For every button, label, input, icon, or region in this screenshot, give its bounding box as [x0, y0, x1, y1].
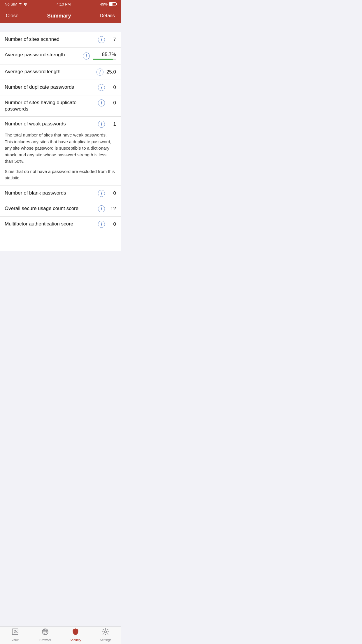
value-duplicate-passwords: 0	[108, 85, 116, 90]
details-button[interactable]: Details	[100, 13, 115, 19]
strength-value-container: 85.7%	[93, 52, 116, 60]
value-mfa-score: 0	[108, 221, 116, 227]
label-sites-duplicate: Number of sites having duplicate passwor…	[5, 99, 95, 112]
svg-point-0	[25, 5, 26, 6]
label-duplicate-passwords: Number of duplicate passwords	[5, 84, 95, 90]
value-avg-length: 25.0	[106, 69, 116, 75]
value-sites-scanned: 7	[108, 37, 116, 43]
label-avg-strength: Average password strength	[5, 52, 80, 58]
strength-bar-fill	[93, 59, 113, 60]
weak-expanded-text: The total number of sites that have weak…	[5, 132, 116, 165]
close-button[interactable]: Close	[6, 13, 18, 19]
right-secure-usage: i 12	[98, 205, 116, 212]
label-weak-passwords: Number of weak passwords	[5, 121, 95, 127]
right-avg-strength: i 85.7%	[83, 52, 116, 60]
status-right: 49%	[100, 2, 116, 6]
row-weak-passwords-container: Number of weak passwords i 1 The total n…	[0, 117, 121, 186]
strength-bar-container	[93, 59, 116, 60]
info-icon-weak-passwords[interactable]: i	[98, 121, 105, 128]
status-bar: No SIM ☂ 4:10 PM 49%	[0, 0, 121, 8]
row-sites-scanned: Number of sites scanned i 7	[0, 32, 121, 48]
right-blank-passwords: i 0	[98, 190, 116, 197]
info-icon-avg-length[interactable]: i	[96, 69, 103, 76]
weak-expanded-sub: Sites that do not have a password are ex…	[5, 168, 116, 181]
row-secure-usage: Overall secure usage count score i 12	[0, 201, 121, 217]
row-weak-passwords: Number of weak passwords i 1	[0, 117, 121, 132]
label-avg-length: Average password length	[5, 69, 94, 75]
right-avg-length: i 25.0	[96, 69, 116, 76]
battery-percent: 49%	[100, 2, 108, 6]
info-icon-duplicate-passwords[interactable]: i	[98, 84, 105, 91]
info-icon-blank-passwords[interactable]: i	[98, 190, 105, 197]
row-blank-passwords: Number of blank passwords i 0	[0, 186, 121, 201]
row-sites-duplicate: Number of sites having duplicate passwor…	[0, 95, 121, 117]
battery-icon	[109, 2, 116, 6]
row-avg-strength: Average password strength i 85.7%	[0, 48, 121, 64]
value-sites-duplicate: 0	[108, 100, 116, 106]
row-duplicate-passwords: Number of duplicate passwords i 0	[0, 80, 121, 95]
info-icon-secure-usage[interactable]: i	[98, 205, 105, 212]
carrier-text: No SIM	[5, 2, 17, 6]
page-title: Summary	[47, 13, 71, 19]
info-icon-mfa-score[interactable]: i	[98, 221, 105, 228]
info-icon-sites-duplicate[interactable]: i	[98, 99, 105, 106]
right-duplicate-passwords: i 0	[98, 84, 116, 91]
main-content: Number of sites scanned i 7 Average pass…	[0, 23, 121, 251]
label-blank-passwords: Number of blank passwords	[5, 190, 95, 196]
row-mfa-score: Multifactor authentication score i 0	[0, 217, 121, 232]
rows-container: Number of sites scanned i 7 Average pass…	[0, 32, 121, 251]
label-sites-scanned: Number of sites scanned	[5, 36, 95, 43]
right-sites-scanned: i 7	[98, 36, 116, 43]
value-weak-passwords: 1	[108, 121, 116, 127]
right-weak-passwords: i 1	[98, 121, 116, 128]
row-weak-expanded: The total number of sites that have weak…	[0, 132, 121, 186]
value-secure-usage: 12	[108, 206, 116, 212]
section-header	[0, 23, 121, 32]
value-blank-passwords: 0	[108, 190, 116, 196]
wifi-icon: ☂	[19, 2, 27, 6]
value-avg-strength: 85.7%	[102, 52, 116, 57]
status-time: 4:10 PM	[57, 2, 71, 6]
status-left: No SIM ☂	[5, 2, 27, 6]
right-sites-duplicate: i 0	[98, 99, 116, 106]
nav-bar: Close Summary Details	[0, 8, 121, 23]
label-secure-usage: Overall secure usage count score	[5, 205, 95, 212]
info-icon-avg-strength[interactable]: i	[83, 52, 90, 60]
info-icon-sites-scanned[interactable]: i	[98, 36, 105, 43]
row-avg-length: Average password length i 25.0	[0, 64, 121, 80]
label-mfa-score: Multifactor authentication score	[5, 221, 95, 227]
right-mfa-score: i 0	[98, 221, 116, 228]
